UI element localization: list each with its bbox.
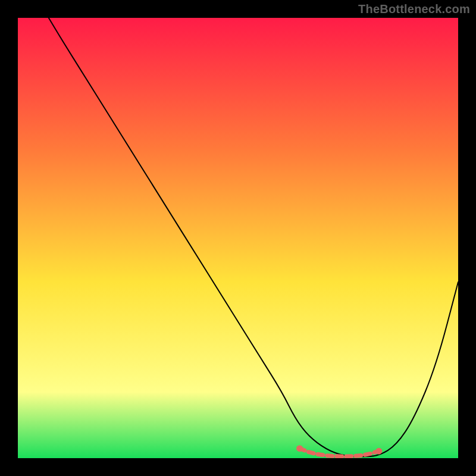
gradient-background xyxy=(18,18,458,458)
chart-svg xyxy=(18,18,458,458)
optimal-range-endpoint xyxy=(375,448,382,455)
optimal-range-endpoint xyxy=(296,445,303,452)
plot-area xyxy=(18,18,458,458)
watermark-text: TheBottleneck.com xyxy=(358,2,470,16)
chart-stage: TheBottleneck.com xyxy=(0,0,476,476)
